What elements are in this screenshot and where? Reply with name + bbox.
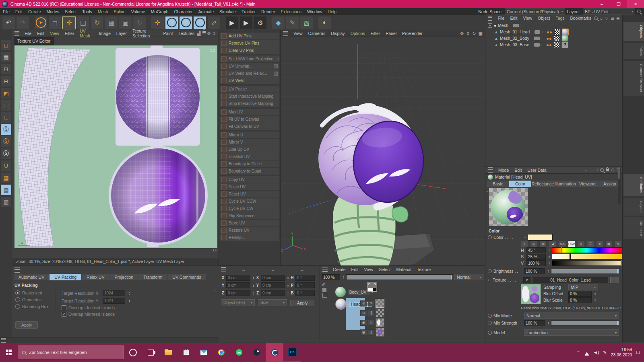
- mode-icon[interactable]: U: [1, 160, 11, 171]
- layer-row-3[interactable]: ◉ §: [360, 318, 384, 327]
- uv-command-item[interactable]: Fit Canvas to UV: [220, 123, 279, 130]
- toolbar-icon[interactable]: [268, 16, 271, 29]
- layout-dropdown[interactable]: BP - UV Edit▾: [583, 8, 635, 14]
- toolbar-icon[interactable]: [30, 16, 33, 29]
- mix-mode-dropdown[interactable]: Normal▾: [524, 313, 619, 319]
- om-menu-item[interactable]: Edit: [507, 16, 520, 21]
- eye-off-icon[interactable]: ⊘: [360, 310, 367, 316]
- texture-thumbnail[interactable]: [521, 284, 541, 304]
- layer-thumb-white-shape[interactable]: [376, 318, 384, 327]
- layer-chip[interactable]: [534, 43, 540, 47]
- uv-mesh-layer-thumb[interactable]: [376, 299, 384, 308]
- keyframe-dot-icon[interactable]: [488, 235, 492, 239]
- matman-menu-item[interactable]: Edit: [349, 267, 361, 272]
- object-row-base[interactable]: ▲ Mesh_03_Base ⁞ ?: [485, 41, 622, 48]
- pen-icon[interactable]: ✎: [603, 350, 607, 355]
- overlap-checkbox-row[interactable]: Overlap Identical Islands: [62, 304, 130, 311]
- brightness-slider[interactable]: [551, 269, 619, 274]
- menu-item[interactable]: Animate: [196, 9, 217, 14]
- color-toolbar-icon[interactable]: ☰: [587, 241, 594, 247]
- uv-menu-item[interactable]: Image: [96, 31, 114, 36]
- lock-icon[interactable]: [202, 31, 206, 33]
- uvw-tag-icon[interactable]: [554, 35, 560, 41]
- attr-search-icon[interactable]: [600, 168, 604, 172]
- brush-icon[interactable]: ✎: [368, 300, 375, 306]
- mail-button[interactable]: [195, 343, 213, 362]
- toolbar-icon[interactable]: ▧: [300, 16, 313, 29]
- menu-item[interactable]: File: [0, 9, 12, 14]
- toolbar-icon[interactable]: Y: [179, 16, 192, 29]
- perspective-viewport[interactable]: ViewCamerasDisplayOptionsFilterPanelProR…: [281, 30, 485, 265]
- saturation-slider[interactable]: [552, 254, 622, 259]
- dock-tab[interactable]: Attributes: [623, 174, 644, 196]
- uv-menu-item[interactable]: UV Mesh: [77, 29, 96, 38]
- uv-tools-tab[interactable]: Projection: [109, 274, 138, 280]
- panel-menu-icon[interactable]: [221, 267, 226, 272]
- blend-mode-dropdown[interactable]: Normal▾: [454, 274, 483, 280]
- menu-item[interactable]: Simulate: [217, 9, 239, 14]
- menu-item[interactable]: Extensions: [278, 9, 304, 14]
- head-material-sphere[interactable]: [335, 298, 347, 310]
- viewport-menu-item[interactable]: Panel: [383, 31, 399, 36]
- object-row-body[interactable]: ▲ Mesh_02_Body ⁞: [485, 35, 622, 41]
- value-slider[interactable]: [552, 260, 622, 266]
- link-icon[interactable]: §: [368, 320, 375, 326]
- color-toolbar-icon[interactable]: ◢: [549, 241, 556, 247]
- panel-menu-icon[interactable]: [488, 167, 493, 173]
- layer-opacity-slider[interactable]: [346, 274, 453, 280]
- toolbar-icon[interactable]: Z: [193, 16, 206, 29]
- rotation-input[interactable]: 0 °: [295, 290, 315, 296]
- mix-strength-slider[interactable]: [551, 321, 619, 326]
- pan-icon[interactable]: ✥: [207, 31, 211, 36]
- matman-menu-item[interactable]: Material: [393, 267, 414, 272]
- uv-command-item[interactable]: Add UV Pins: [220, 33, 279, 39]
- minimize-button[interactable]: –: [593, 0, 610, 8]
- keyframe-dot-icon[interactable]: [488, 269, 492, 273]
- viewport-menu-item[interactable]: Options: [348, 31, 368, 36]
- om-menu-item[interactable]: View: [520, 16, 535, 21]
- keyframe-dot-icon[interactable]: [488, 331, 492, 335]
- size-input[interactable]: 0 cm: [261, 275, 285, 281]
- resolution-input[interactable]: 1024: [103, 290, 125, 296]
- coords-apply-button[interactable]: Apply: [290, 300, 314, 306]
- attr-menu-item[interactable]: Edit: [512, 168, 524, 173]
- uv-command-item[interactable]: UV Unwrap...: [220, 63, 279, 70]
- texture-dropdown[interactable]: ˅: [523, 277, 530, 283]
- saturation-field[interactable]: 25 %: [526, 254, 546, 260]
- om-menu-item[interactable]: Bookmarks: [568, 16, 594, 21]
- panel-menu-icon[interactable]: [283, 31, 288, 36]
- uv-command-item[interactable]: Paste UV: [220, 183, 279, 190]
- close-button[interactable]: ✕: [627, 0, 644, 8]
- menu-item[interactable]: Create: [25, 9, 44, 14]
- toolbar-icon[interactable]: ◱: [76, 16, 90, 29]
- dock-tab[interactable]: Objects: [623, 22, 644, 41]
- om-home-icon[interactable]: ⌂: [600, 16, 603, 21]
- material-preview[interactable]: [489, 188, 528, 226]
- cinema4d-taskbar-button[interactable]: [266, 343, 283, 362]
- uv-command-item[interactable]: Remap...: [220, 234, 279, 241]
- texture-filename[interactable]: 01_Head_Color_1.psd: [532, 277, 609, 283]
- mix-strength-field[interactable]: 100 %: [524, 320, 545, 326]
- toolbar-icon[interactable]: ✛: [62, 16, 76, 29]
- panel-menu-icon[interactable]: [1, 338, 6, 343]
- pencil-icon[interactable]: ✐: [322, 282, 325, 287]
- taskbar-clock[interactable]: 16:59 23.06.2020: [611, 347, 632, 358]
- uv-command-item[interactable]: Start Interactive Mapping: [220, 93, 279, 100]
- mode-icon[interactable]: ◻: [1, 40, 11, 50]
- viewport-menu-item[interactable]: ProRender: [399, 31, 425, 36]
- layer-thumb[interactable]: [376, 309, 384, 317]
- attr-scrollbar[interactable]: [618, 166, 621, 204]
- viewport-menu-item[interactable]: Display: [328, 31, 347, 36]
- menu-item[interactable]: Character: [171, 9, 195, 14]
- color-toolbar-icon[interactable]: ⇳: [521, 241, 528, 247]
- link-icon[interactable]: §: [368, 310, 375, 316]
- uv-menu-item[interactable]: View: [47, 31, 62, 36]
- fg-color-chip[interactable]: [322, 288, 326, 292]
- uv-command-item[interactable]: Store UV: [220, 220, 279, 226]
- uv-command-item[interactable]: Line Up UV: [220, 146, 279, 153]
- attr-menu-item[interactable]: User Data: [524, 168, 549, 173]
- dock-tab[interactable]: Structure: [623, 217, 644, 239]
- toolbar-icon[interactable]: ◆: [272, 16, 285, 29]
- matman-menu-item[interactable]: Select: [376, 267, 393, 272]
- value-field[interactable]: 100 %: [526, 260, 546, 266]
